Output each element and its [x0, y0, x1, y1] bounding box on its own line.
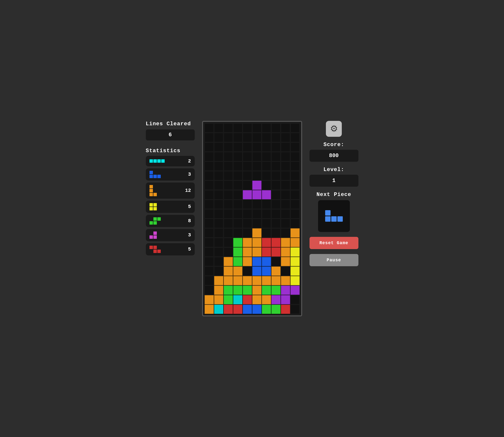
cell-12-0	[205, 238, 214, 247]
cell-11-0	[205, 228, 214, 238]
cell-17-7	[271, 286, 281, 295]
settings-button[interactable]: ⚙	[326, 121, 342, 137]
cell-7-4	[243, 190, 252, 199]
score-label: Score:	[323, 142, 344, 148]
piece-l-icon	[149, 185, 157, 196]
cell-0-7	[271, 123, 281, 133]
cell-6-2	[224, 181, 233, 190]
cell-14-6	[262, 257, 271, 266]
cell-5-4	[243, 171, 252, 180]
cell-2-1	[214, 142, 223, 152]
cell-16-8	[281, 276, 290, 285]
lines-cleared-title: Lines Cleared	[146, 121, 195, 127]
cell-6-5	[252, 181, 262, 190]
cell-11-4	[243, 228, 252, 238]
cell-10-8	[281, 219, 290, 228]
game-board-wrapper	[202, 121, 302, 316]
stat-row-s: 8	[146, 215, 195, 227]
cell-9-5	[252, 209, 262, 218]
cell-17-2	[224, 286, 233, 295]
cell-17-0	[205, 286, 214, 295]
cell-10-5	[252, 219, 262, 228]
stat-row-j: 3	[146, 168, 195, 181]
level-label: Level:	[323, 167, 344, 173]
stat-row-o: 5	[146, 201, 195, 213]
cell-3-6	[262, 152, 271, 161]
stat-count-j: 3	[188, 172, 191, 177]
cell-18-3	[233, 295, 242, 304]
cell-3-3	[233, 152, 242, 161]
stat-count-i: 2	[188, 158, 191, 164]
cell-12-7	[271, 238, 281, 247]
cell-16-2	[224, 276, 233, 285]
cell-1-9	[290, 133, 300, 142]
cell-6-9	[290, 181, 300, 190]
cell-10-0	[205, 219, 214, 228]
cell-4-0	[205, 161, 214, 171]
cell-13-8	[281, 247, 290, 257]
cell-0-5	[252, 123, 262, 133]
cell-15-1	[214, 266, 223, 276]
cell-14-1	[214, 257, 223, 266]
cell-0-9	[290, 123, 300, 133]
cell-10-6	[262, 219, 271, 228]
cell-11-7	[271, 228, 281, 238]
cell-2-4	[243, 142, 252, 152]
cell-3-9	[290, 152, 300, 161]
cell-13-0	[205, 247, 214, 257]
game-board	[205, 123, 300, 314]
cell-14-9	[290, 257, 300, 266]
cell-17-3	[233, 286, 242, 295]
cell-10-4	[243, 219, 252, 228]
cell-9-3	[233, 209, 242, 218]
cell-4-1	[214, 161, 223, 171]
cell-10-2	[224, 219, 233, 228]
cell-4-6	[262, 161, 271, 171]
cell-16-0	[205, 276, 214, 285]
cell-1-1	[214, 133, 223, 142]
cell-11-5	[252, 228, 262, 238]
piece-z-icon	[149, 246, 161, 253]
cell-11-8	[281, 228, 290, 238]
cell-8-2	[224, 200, 233, 209]
reset-button[interactable]: Reset Game	[309, 237, 358, 249]
cell-18-9	[290, 295, 300, 304]
cell-18-0	[205, 295, 214, 304]
cell-3-0	[205, 152, 214, 161]
cell-12-3	[233, 238, 242, 247]
cell-6-1	[214, 181, 223, 190]
cell-14-3	[233, 257, 242, 266]
cell-5-7	[271, 171, 281, 180]
cell-15-4	[243, 266, 252, 276]
piece-s-icon	[149, 217, 161, 225]
cell-7-7	[271, 190, 281, 199]
cell-13-9	[290, 247, 300, 257]
cell-6-4	[243, 181, 252, 190]
cell-3-7	[271, 152, 281, 161]
cell-16-5	[252, 276, 262, 285]
score-section: Score: 800	[309, 142, 358, 162]
next-piece-box	[318, 200, 350, 232]
cell-0-8	[281, 123, 290, 133]
cell-12-4	[243, 238, 252, 247]
cell-14-5	[252, 257, 262, 266]
cell-19-5	[252, 305, 262, 314]
cell-6-6	[262, 181, 271, 190]
cell-4-4	[243, 161, 252, 171]
cell-18-8	[281, 295, 290, 304]
cell-0-3	[233, 123, 242, 133]
cell-5-9	[290, 171, 300, 180]
cell-9-1	[214, 209, 223, 218]
pause-button[interactable]: Pause	[309, 254, 358, 266]
cell-18-6	[262, 295, 271, 304]
next-piece-label: Next Piece	[316, 192, 351, 198]
cell-16-7	[271, 276, 281, 285]
cell-14-8	[281, 257, 290, 266]
cell-9-8	[281, 209, 290, 218]
cell-5-6	[262, 171, 271, 180]
piece-i-icon	[149, 159, 165, 163]
cell-19-9	[290, 305, 300, 314]
lines-cleared-value: 6	[146, 129, 195, 140]
cell-11-1	[214, 228, 223, 238]
cell-12-2	[224, 238, 233, 247]
